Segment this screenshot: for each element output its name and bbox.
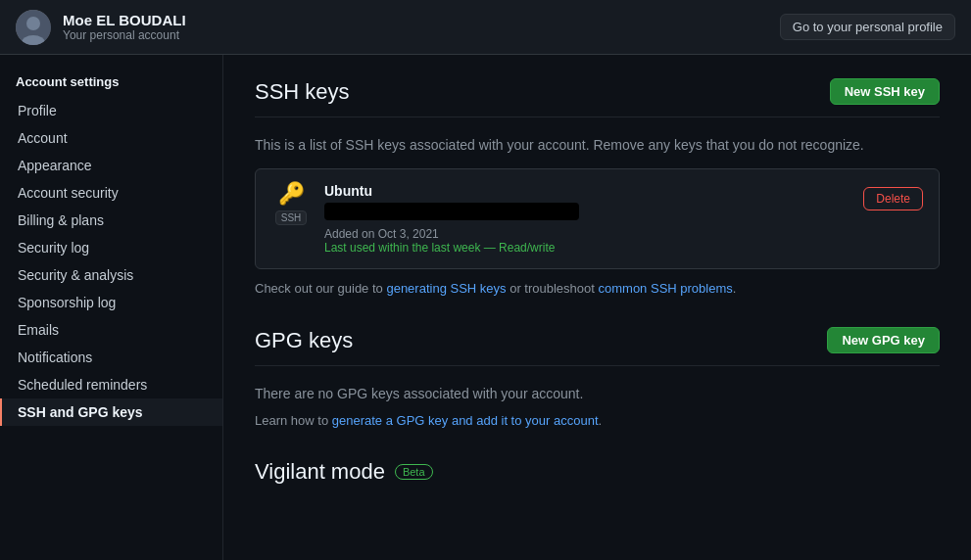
vigilant-section: Vigilant mode Beta xyxy=(255,459,940,485)
vigilant-section-title: Vigilant mode xyxy=(255,459,385,485)
ssh-section-divider xyxy=(255,117,940,117)
sidebar: Account settings Profile Account Appeara… xyxy=(0,55,223,560)
ssh-helper-mid: or troubleshoot xyxy=(507,281,599,296)
main-content: SSH keys New SSH key This is a list of S… xyxy=(223,55,971,560)
header: Moe EL BOUDALI Your personal account Go … xyxy=(0,0,971,55)
sidebar-item-billing[interactable]: Billing & plans xyxy=(0,207,222,234)
ssh-section: SSH keys New SSH key This is a list of S… xyxy=(255,78,940,296)
gpg-section-header: GPG keys New GPG key xyxy=(255,327,940,353)
key-actions: Delete xyxy=(863,183,923,210)
sidebar-item-notifications[interactable]: Notifications xyxy=(0,344,222,371)
svg-point-1 xyxy=(26,17,40,30)
sidebar-item-scheduled-reminders[interactable]: Scheduled reminders xyxy=(0,371,222,398)
ssh-helper-after: . xyxy=(733,281,737,296)
sidebar-section-title: Account settings xyxy=(0,70,222,97)
gpg-section-divider xyxy=(255,365,940,366)
user-subtitle: Your personal account xyxy=(63,28,186,42)
common-ssh-problems-link[interactable]: common SSH problems xyxy=(599,281,733,296)
layout: Account settings Profile Account Appeara… xyxy=(0,55,971,560)
key-fingerprint xyxy=(324,203,579,220)
sidebar-item-security-analysis[interactable]: Security & analysis xyxy=(0,261,222,289)
user-info: Moe EL BOUDALI Your personal account xyxy=(63,12,186,42)
avatar xyxy=(16,10,51,45)
ssh-section-title: SSH keys xyxy=(255,79,350,105)
key-date: Added on Oct 3, 2021 xyxy=(324,227,850,241)
gpg-helper-text: Learn how to generate a GPG key and add … xyxy=(255,413,940,428)
gpg-helper-after: . xyxy=(599,413,603,428)
new-ssh-key-button[interactable]: New SSH key xyxy=(830,78,940,105)
header-left: Moe EL BOUDALI Your personal account xyxy=(16,10,186,45)
user-name: Moe EL BOUDALI xyxy=(63,12,186,28)
key-info: Ubuntu Added on Oct 3, 2021 Last used wi… xyxy=(324,183,850,255)
key-icon: 🔑 xyxy=(278,183,305,205)
personal-profile-button[interactable]: Go to your personal profile xyxy=(780,14,955,40)
ssh-key-card: 🔑 SSH Ubuntu Added on Oct 3, 2021 Last u… xyxy=(255,168,940,269)
key-icon-area: 🔑 SSH xyxy=(271,183,311,225)
gpg-section-description: There are no GPG keys associated with yo… xyxy=(255,386,940,401)
sidebar-item-profile[interactable]: Profile xyxy=(0,97,222,124)
gpg-section-title: GPG keys xyxy=(255,328,353,353)
ssh-helper-text: Check out our guide to generating SSH ke… xyxy=(255,281,940,296)
new-gpg-key-button[interactable]: New GPG key xyxy=(827,327,940,353)
sidebar-item-sponsorship-log[interactable]: Sponsorship log xyxy=(0,289,222,316)
vigilant-header: Vigilant mode Beta xyxy=(255,459,940,485)
key-badge: SSH xyxy=(275,210,308,225)
key-name: Ubuntu xyxy=(324,183,850,199)
generate-gpg-key-link[interactable]: generate a GPG key and add it to your ac… xyxy=(332,413,599,428)
key-usage: Last used within the last week — Read/wr… xyxy=(324,241,850,255)
sidebar-item-emails[interactable]: Emails xyxy=(0,316,222,344)
sidebar-item-ssh-gpg-keys[interactable]: SSH and GPG keys xyxy=(0,398,222,426)
generating-ssh-keys-link[interactable]: generating SSH keys xyxy=(386,281,506,296)
beta-badge: Beta xyxy=(395,464,433,480)
ssh-helper-before: Check out our guide to xyxy=(255,281,386,296)
ssh-section-description: This is a list of SSH keys associated wi… xyxy=(255,137,940,153)
gpg-helper-before: Learn how to xyxy=(255,413,332,428)
sidebar-item-account[interactable]: Account xyxy=(0,124,222,152)
sidebar-item-appearance[interactable]: Appearance xyxy=(0,152,222,179)
gpg-section: GPG keys New GPG key There are no GPG ke… xyxy=(255,327,940,428)
avatar-image xyxy=(16,10,51,45)
sidebar-item-security-log[interactable]: Security log xyxy=(0,234,222,261)
ssh-section-header: SSH keys New SSH key xyxy=(255,78,940,105)
sidebar-item-account-security[interactable]: Account security xyxy=(0,179,222,207)
delete-key-button[interactable]: Delete xyxy=(863,187,923,210)
